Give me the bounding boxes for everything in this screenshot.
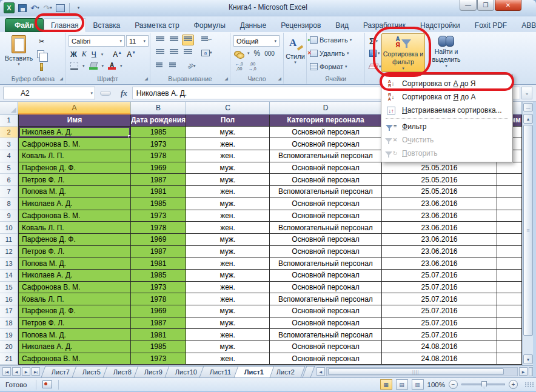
menu-item-filter[interactable]: =Фильтр	[381, 120, 512, 133]
last-sheet-icon[interactable]: ▶|	[32, 367, 40, 376]
font-color-icon[interactable]: А	[108, 62, 116, 70]
cell-B15[interactable]: 1973	[131, 282, 186, 294]
merge-center-button[interactable]: a▾	[199, 48, 214, 58]
fill-color-icon[interactable]	[89, 62, 98, 70]
tab-формулы[interactable]: Формулы	[187, 18, 233, 32]
cell-C13[interactable]: жен.	[186, 257, 270, 270]
cell-F9[interactable]	[497, 210, 522, 222]
sort-filter-button[interactable]: АЯ Сортировка и фильтр ▾	[381, 33, 425, 72]
cell-B10[interactable]: 1978	[131, 222, 186, 234]
increase-indent-button[interactable]	[167, 61, 178, 71]
cell-A20[interactable]: Николаев А. Д.	[18, 341, 131, 353]
cell-C12[interactable]: муж.	[186, 246, 270, 258]
menu-item-sort-az[interactable]: АЯ↓Сортировка от А до Я	[381, 77, 512, 90]
cell-E21[interactable]: 24.08.2016	[382, 353, 497, 365]
close-button[interactable]: ✕	[495, 0, 521, 11]
cell-D7[interactable]: Вспомогательный персонал	[270, 186, 382, 198]
styles-button[interactable]: A Стили ▾	[286, 35, 305, 75]
decrease-indent-button[interactable]	[154, 61, 164, 71]
wrap-text-button[interactable]: ↩	[199, 35, 213, 45]
cell-A2[interactable]: Николаев А. Д.	[18, 127, 131, 139]
cell-C18[interactable]: муж.	[186, 317, 270, 330]
align-bottom-button[interactable]	[182, 35, 194, 45]
tab-разметка-стр[interactable]: Разметка стр	[127, 18, 186, 32]
cell-A8[interactable]: Николаев А. Д.	[18, 198, 131, 210]
format-cells-button[interactable]: Формат ▾	[310, 63, 347, 70]
row-header-6[interactable]: 6	[0, 174, 18, 186]
cell-F16[interactable]	[497, 293, 522, 305]
row-header-20[interactable]: 20	[0, 341, 18, 353]
number-format-combo[interactable]: Общий ▾	[233, 35, 280, 47]
cell-D6[interactable]: Основной персонал	[270, 174, 382, 186]
column-header-D[interactable]: D	[270, 102, 382, 115]
number-dialog-launcher[interactable]: ◢	[278, 76, 281, 81]
cell-C14[interactable]: муж.	[186, 270, 270, 282]
macro-record-icon[interactable]	[42, 380, 52, 388]
cell-C21[interactable]: жен.	[186, 353, 270, 365]
cell-A7[interactable]: Попова М. Д.	[18, 186, 131, 198]
tab-надстройки[interactable]: Надстройки	[413, 18, 467, 32]
sheet-tab-лист1[interactable]: Лист1	[233, 366, 274, 377]
cell-D12[interactable]: Основной персонал	[270, 246, 382, 258]
borders-dropdown-icon[interactable]: ▾	[82, 64, 85, 68]
percent-button[interactable]: %	[254, 49, 261, 58]
cell-F14[interactable]	[497, 270, 522, 282]
horizontal-scrollbar[interactable]: ||||	[326, 367, 518, 376]
cell-D9[interactable]: Основной персонал	[270, 210, 382, 222]
name-box-resizer[interactable]	[100, 91, 111, 96]
cell-A4[interactable]: Коваль Л. П.	[18, 150, 131, 162]
cell-D18[interactable]: Основной персонал	[270, 317, 382, 330]
row-header-15[interactable]: 15	[0, 282, 18, 294]
alignment-dialog-launcher[interactable]: ◢	[225, 76, 228, 81]
cell-E16[interactable]: 25.07.2016	[382, 293, 497, 305]
tab-abbyy-pdf-tr[interactable]: ABBYY PDF Tr	[514, 18, 536, 32]
cell-B11[interactable]: 1969	[131, 234, 186, 246]
align-center-button[interactable]	[168, 47, 180, 58]
cell-D8[interactable]: Основной персонал	[270, 198, 382, 210]
tab-вид[interactable]: Вид	[328, 18, 356, 32]
paste-button[interactable]: Вставить ▾	[5, 35, 33, 75]
row-header-21[interactable]: 21	[0, 353, 18, 365]
horizontal-scroll-thumb[interactable]: ||||	[328, 368, 504, 375]
cell-B20[interactable]: 1985	[131, 341, 186, 353]
cell-D19[interactable]: Вспомогательный персонал	[270, 329, 382, 341]
split-handle[interactable]: —	[523, 103, 533, 111]
row-header-12[interactable]: 12	[0, 246, 18, 258]
tab-разработчик[interactable]: Разработчик	[356, 18, 413, 32]
cell-B17[interactable]: 1969	[131, 305, 186, 317]
menu-item-custom-sort[interactable]: ↓↑Настраиваемая сортировка...	[381, 104, 512, 117]
cell-B16[interactable]: 1978	[131, 293, 186, 305]
cell-B9[interactable]: 1973	[131, 210, 186, 222]
cell-A14[interactable]: Николаев А. Д.	[18, 270, 131, 282]
cell-E14[interactable]: 25.07.2016	[382, 270, 497, 282]
shrink-font-button[interactable]: А▼	[127, 50, 136, 59]
page-layout-view-button[interactable]: ▤	[396, 379, 408, 390]
row-header-11[interactable]: 11	[0, 234, 18, 246]
row-header-10[interactable]: 10	[0, 222, 18, 234]
borders-icon[interactable]	[70, 62, 78, 70]
cell-E6[interactable]: 25.05.2016	[382, 174, 497, 186]
underline-dropdown-icon[interactable]: ▾	[101, 52, 104, 57]
cell-C8[interactable]: муж.	[186, 198, 270, 210]
cell-C11[interactable]: муж.	[186, 234, 270, 246]
fill-button[interactable]: ↓ ▾	[369, 50, 380, 57]
cell-E5[interactable]: 25.05.2016	[382, 162, 497, 174]
restore-button[interactable]: ❐	[477, 0, 494, 11]
normal-view-button[interactable]: ▦	[380, 379, 392, 390]
cell-B5[interactable]: 1969	[131, 162, 186, 174]
cell-E15[interactable]: 25.07.2016	[382, 282, 497, 294]
cell-C20[interactable]: муж.	[186, 341, 270, 353]
cell-B4[interactable]: 1978	[131, 150, 186, 162]
grow-font-button[interactable]: А▲	[113, 50, 122, 59]
row-header-9[interactable]: 9	[0, 210, 18, 222]
format-painter-button[interactable]	[36, 62, 47, 71]
cell-D2[interactable]: Основной персонал	[270, 127, 382, 139]
header-cell-B[interactable]: Дата рождения	[131, 115, 186, 127]
cell-B6[interactable]: 1987	[131, 174, 186, 186]
row-header-1[interactable]: 1	[0, 115, 18, 127]
cell-F15[interactable]	[497, 282, 522, 294]
row-header-13[interactable]: 13	[0, 257, 18, 270]
cell-D15[interactable]: Основной персонал	[270, 282, 382, 294]
cell-E8[interactable]: 23.06.2016	[382, 198, 497, 210]
row-header-4[interactable]: 4	[0, 150, 18, 162]
